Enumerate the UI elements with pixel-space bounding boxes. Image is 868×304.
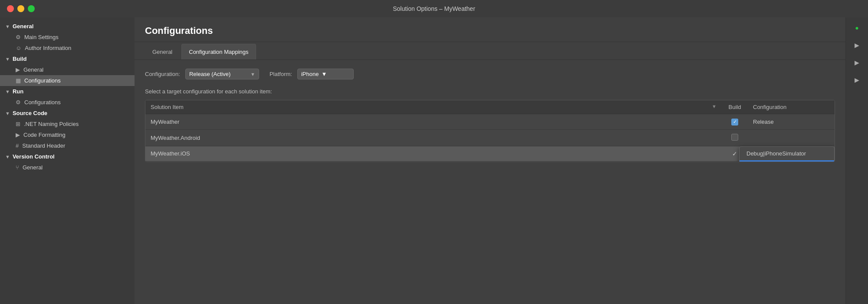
sidebar-section-source-code-label: Source Code [13,110,47,116]
right-panel: ● ▶ ▶ ▶ [845,17,868,304]
content-area: Configurations General Configuration Map… [135,17,845,304]
sidebar: ▼ General ⚙ Main Settings ☺ Author Infor… [0,17,135,304]
dropdown-item-release-iphone[interactable]: Release|iPhone [740,160,834,162]
config-select-arrow: ▼ [250,72,255,77]
row-ios-config: Debug|iPhoneSimulator Release|iPhone Rel… [748,146,835,161]
table-row: MyWeather.Android [145,129,835,146]
platform-select-arrow: ▼ [321,71,327,77]
sidebar-item-main-settings[interactable]: ⚙ Main Settings [0,32,135,43]
tab-content: Configuration: Release (Active) ▼ Platfo… [135,60,845,304]
arrow-icon: ▶ [16,132,20,138]
checkmark-ios-icon: ✓ [732,150,737,157]
content-header: Configurations [135,17,845,42]
checkbox-checked-icon: ✓ [731,119,738,126]
row-android-build[interactable] [722,129,748,146]
window-controls [7,5,35,12]
tab-general[interactable]: General [145,44,180,59]
expand-arrow-vc: ▼ [5,154,10,159]
tab-configuration-mappings[interactable]: Configuration Mappings [181,44,256,59]
close-button[interactable] [7,5,14,12]
grid-icon: ▦ [16,77,21,84]
configuration-label: Configuration: [145,71,180,77]
platform-select-value: iPhone [301,71,319,77]
sidebar-item-vc-general[interactable]: ⑂ General [0,162,135,173]
gear-icon: ⚙ [16,34,21,40]
table-row: MyWeather ✓ Release [145,114,835,130]
tab-bar: General Configuration Mappings [135,42,845,60]
sidebar-item-configurations[interactable]: ▦ Configurations [0,75,135,86]
config-selector-row: Configuration: Release (Active) ▼ Platfo… [145,69,835,79]
sidebar-section-general-label: General [13,23,33,30]
titlebar: Solution Options – MyWeather [0,0,868,17]
panel-arrow-button-3[interactable]: ▶ [849,72,865,88]
branch-icon: ⑂ [16,164,19,171]
panel-arrow-button-1[interactable]: ▶ [849,37,865,53]
col-configuration: Configuration [748,100,835,114]
solution-table-container: Solution Item ▼ Build Configuration [145,100,835,162]
checkbox-unchecked-icon [731,134,738,141]
config-dropdown: Debug|iPhoneSimulator Release|iPhone Rel… [739,146,835,162]
sidebar-item-author-information[interactable]: ☺ Author Information [0,43,135,53]
sidebar-section-version-control[interactable]: ▼ Version Control [0,151,135,162]
sidebar-section-build-label: Build [13,56,27,62]
naming-icon: ⊞ [16,121,20,127]
sidebar-section-general[interactable]: ▼ General [0,21,135,32]
col-build: Build [722,100,748,114]
face-icon: ☺ [16,45,21,51]
sidebar-section-run[interactable]: ▼ Run [0,86,135,97]
main-layout: ▼ General ⚙ Main Settings ☺ Author Infor… [0,17,868,304]
table-description: Select a target configuration for each s… [145,88,835,95]
maximize-button[interactable] [28,5,35,12]
sidebar-item-code-formatting[interactable]: ▶ Code Formatting [0,129,135,140]
window-title: Solution Options – MyWeather [393,5,475,12]
table-row-selected: MyWeather.iOS ✓ Debug|iPhoneSimulator [145,146,835,161]
platform-label: Platform: [270,71,292,77]
page-title: Configurations [145,25,835,36]
solution-table: Solution Item ▼ Build Configuration [145,100,835,162]
platform-select[interactable]: iPhone ▼ [297,69,354,79]
sort-arrow-icon: ▼ [712,104,717,109]
play-icon: ▶ [16,66,20,73]
minimize-button[interactable] [17,5,24,12]
row-myweather-config: Release [748,114,835,130]
expand-arrow-source-code: ▼ [5,111,10,116]
row-android-item: MyWeather.Android [145,129,722,146]
configuration-select[interactable]: Release (Active) ▼ [185,69,259,79]
sidebar-item-net-naming[interactable]: ⊞ .NET Naming Policies [0,119,135,129]
dropdown-item-debug-iphone-sim[interactable]: Debug|iPhoneSimulator [740,147,834,160]
sidebar-item-run-configurations[interactable]: ⚙ Configurations [0,97,135,108]
row-ios-item: MyWeather.iOS [145,146,722,161]
sidebar-item-standard-header[interactable]: # Standard Header [0,140,135,151]
sidebar-section-vc-label: Version Control [13,153,55,160]
config-select-value: Release (Active) [189,71,230,77]
sidebar-section-run-label: Run [13,88,23,95]
sidebar-section-build[interactable]: ▼ Build [0,53,135,64]
row-myweather-item: MyWeather [145,114,722,130]
expand-arrow-run: ▼ [5,89,10,94]
gear-icon-run: ⚙ [16,99,21,106]
sidebar-section-source-code[interactable]: ▼ Source Code [0,108,135,119]
table-header-row: Solution Item ▼ Build Configuration [145,100,835,114]
col-solution-item: Solution Item ▼ [145,100,722,114]
row-myweather-build[interactable]: ✓ [722,114,748,130]
sidebar-item-build-general[interactable]: ▶ General [0,64,135,75]
row-android-config [748,129,835,146]
expand-arrow-build: ▼ [5,56,10,62]
panel-arrow-button-2[interactable]: ▶ [849,55,865,70]
expand-arrow-general: ▼ [5,24,10,29]
status-indicator-button[interactable]: ● [849,20,865,36]
hash-icon: # [16,142,19,149]
